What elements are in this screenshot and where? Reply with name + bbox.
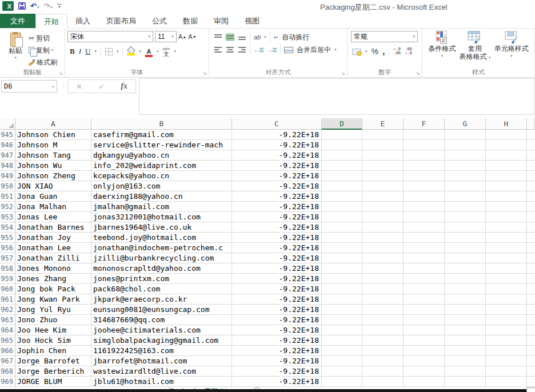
cell-empty[interactable]	[404, 222, 445, 233]
cell-empty[interactable]	[322, 294, 362, 305]
cell-empty[interactable]	[322, 222, 362, 233]
row-number[interactable]: 958	[0, 263, 15, 274]
cell-empty[interactable]	[362, 202, 404, 212]
select-all-corner[interactable]	[0, 118, 15, 130]
conditional-formatting-button[interactable]: ≠ 条件格式 ▾	[428, 30, 456, 68]
column-header-f[interactable]: F	[404, 118, 445, 130]
cell-empty[interactable]	[322, 140, 362, 150]
cell-email[interactable]: daerxing188@yahoo.cn	[91, 191, 232, 202]
cell-partial[interactable]	[527, 140, 535, 150]
cell-empty[interactable]	[486, 305, 527, 315]
redo-button[interactable]: ↷ ▾	[43, 2, 52, 10]
cell-empty[interactable]	[486, 294, 527, 305]
underline-button[interactable]: U	[85, 47, 90, 56]
cell-value[interactable]: -9.22E+18	[232, 171, 322, 181]
cell-value[interactable]: -9.22E+18	[232, 222, 322, 233]
cell-name[interactable]: JORGE BLUM	[15, 377, 91, 387]
cell-name[interactable]: Johnson Chien	[15, 130, 91, 140]
copy-button[interactable]: 复制 ▾	[29, 45, 57, 55]
cell-name[interactable]: Jonathan Zilli	[15, 253, 91, 263]
tab-file[interactable]: 文件	[0, 14, 35, 28]
cell-name[interactable]: Jonathan Joy	[15, 233, 91, 243]
cell-value[interactable]: -9.22E+18	[232, 284, 322, 294]
cell-empty[interactable]	[362, 233, 404, 243]
cell-empty[interactable]	[362, 335, 404, 346]
phonetic-dropdown-icon[interactable]: ▾	[174, 49, 176, 54]
shrink-font-button[interactable]: A▼	[188, 34, 196, 40]
cell-email[interactable]: jonas3212001@hotmail.com	[91, 212, 232, 222]
cell-empty[interactable]	[445, 274, 486, 284]
cell-empty[interactable]	[486, 253, 527, 263]
top-align-button[interactable]	[214, 34, 222, 41]
cell-name[interactable]: Jong Kwan Park	[15, 294, 91, 305]
cell-email[interactable]: jbarrofet@hotmail.com	[91, 356, 232, 366]
row-number[interactable]: 949	[0, 171, 15, 181]
cell-email[interactable]: jmalhan@gmail.com	[91, 202, 232, 212]
row-number[interactable]: 963	[0, 315, 15, 325]
merge-dropdown-icon[interactable]: ▾	[334, 47, 337, 53]
cell-value[interactable]: -9.22E+18	[232, 253, 322, 263]
cell-empty[interactable]	[322, 284, 362, 294]
cell-value[interactable]: -9.22E+18	[232, 181, 322, 191]
cell-empty[interactable]	[362, 181, 404, 191]
cell-empty[interactable]	[486, 356, 527, 366]
increase-indent-button[interactable]: →☰	[267, 47, 277, 53]
cell-partial[interactable]	[527, 253, 535, 263]
cell-empty[interactable]	[445, 243, 486, 253]
cell-partial[interactable]	[527, 161, 535, 171]
cell-name[interactable]: Jona Malhan	[15, 202, 91, 212]
cell-empty[interactable]	[322, 335, 362, 346]
row-number[interactable]: 962	[0, 305, 15, 315]
cell-empty[interactable]	[362, 346, 404, 356]
cell-empty[interactable]	[404, 335, 445, 346]
name-box-dropdown-icon[interactable]: ▾	[51, 84, 54, 89]
row-number[interactable]: 955	[0, 233, 15, 243]
cell-partial[interactable]	[527, 325, 535, 335]
cell-empty[interactable]	[404, 305, 445, 315]
tab-review[interactable]: 审阅	[206, 14, 237, 28]
row-number[interactable]: 951	[0, 191, 15, 202]
cell-value[interactable]: -9.22E+18	[232, 356, 322, 366]
underline-dropdown-icon[interactable]: ▾	[94, 49, 97, 54]
row-number[interactable]: 957	[0, 253, 15, 263]
cell-partial[interactable]	[527, 294, 535, 305]
cell-email[interactable]: wastewizardltd@live.com	[91, 366, 232, 377]
formula-input[interactable]	[139, 78, 535, 115]
cell-empty[interactable]	[404, 315, 445, 325]
row-number[interactable]: 964	[0, 325, 15, 335]
cell-value[interactable]: -9.22E+18	[232, 150, 322, 161]
row-number[interactable]: 966	[0, 346, 15, 356]
cell-empty[interactable]	[486, 366, 527, 377]
cell-empty[interactable]	[486, 150, 527, 161]
tab-view[interactable]: 视图	[237, 14, 268, 28]
cell-empty[interactable]	[362, 212, 404, 222]
cell-empty[interactable]	[404, 181, 445, 191]
cell-empty[interactable]	[404, 212, 445, 222]
fill-color-dropdown-icon[interactable]: ▾	[139, 49, 141, 54]
cell-value[interactable]: -9.22E+18	[232, 335, 322, 346]
cancel-button[interactable]: ✕	[76, 82, 82, 91]
cell-partial[interactable]	[527, 305, 535, 315]
cell-empty[interactable]	[404, 233, 445, 243]
cell-empty[interactable]	[445, 377, 486, 387]
cell-empty[interactable]	[445, 150, 486, 161]
cell-empty[interactable]	[404, 274, 445, 284]
cell-empty[interactable]	[486, 130, 527, 140]
align-left-button[interactable]	[214, 46, 222, 53]
cell-name[interactable]: Johnson Zheng	[15, 171, 91, 181]
cell-empty[interactable]	[445, 325, 486, 335]
row-number[interactable]: 968	[0, 366, 15, 377]
cell-name[interactable]: Jong Yul Ryu	[15, 305, 91, 315]
row-number[interactable]: 948	[0, 161, 15, 171]
orientation-button[interactable]: ab	[254, 34, 261, 41]
cell-empty[interactable]	[445, 171, 486, 181]
cell-empty[interactable]	[362, 243, 404, 253]
cell-empty[interactable]	[322, 377, 362, 387]
cell-empty[interactable]	[445, 305, 486, 315]
increase-decimal-button[interactable]: ←.0 .00	[393, 47, 401, 55]
column-header-h[interactable]: H	[486, 118, 527, 130]
row-number[interactable]: 959	[0, 274, 15, 284]
cell-empty[interactable]	[322, 366, 362, 377]
cell-empty[interactable]	[486, 191, 527, 202]
cell-partial[interactable]	[527, 335, 535, 346]
